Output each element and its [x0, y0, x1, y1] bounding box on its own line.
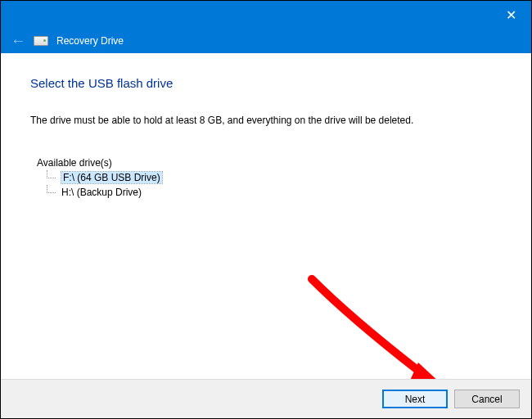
- available-drives-label: Available drive(s): [37, 157, 502, 169]
- next-button[interactable]: Next: [382, 390, 448, 408]
- close-icon[interactable]: ✕: [498, 7, 523, 23]
- footer-bar: Next Cancel: [1, 379, 531, 418]
- annotation-arrow-icon: [304, 271, 443, 390]
- drive-item-f[interactable]: F:\ (64 GB USB Drive): [47, 170, 502, 185]
- drive-icon: [34, 36, 48, 46]
- drive-item-label: H:\ (Backup Drive): [61, 187, 142, 198]
- back-arrow-icon[interactable]: ←: [11, 33, 25, 50]
- drive-item-label: F:\ (64 GB USB Drive): [61, 172, 162, 183]
- drive-item-h[interactable]: H:\ (Backup Drive): [47, 185, 502, 200]
- window-titlebar: ✕: [1, 1, 531, 29]
- header-bar: ← Recovery Drive: [1, 29, 531, 53]
- page-description: The drive must be able to hold at least …: [30, 115, 502, 126]
- page-heading: Select the USB flash drive: [30, 76, 502, 90]
- drive-list: F:\ (64 GB USB Drive) H:\ (Backup Drive): [47, 170, 502, 200]
- content-area: Select the USB flash drive The drive mus…: [1, 53, 531, 200]
- cancel-button[interactable]: Cancel: [454, 390, 520, 408]
- wizard-title: Recovery Drive: [56, 35, 124, 47]
